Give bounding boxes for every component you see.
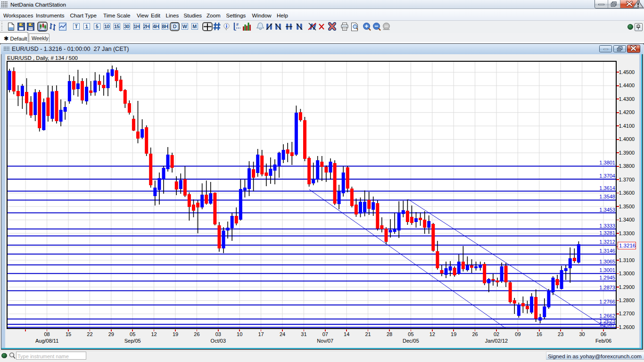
svg-text:1.3333: 1.3333 xyxy=(599,223,615,229)
svg-text:1.2587: 1.2587 xyxy=(599,321,615,327)
svg-text:1.2945: 1.2945 xyxy=(599,275,615,280)
svg-text:1.3146: 1.3146 xyxy=(599,248,615,254)
svg-text:1.3001: 1.3001 xyxy=(599,267,615,273)
svg-text:1.3614: 1.3614 xyxy=(599,185,615,191)
svg-text:1.2766: 1.2766 xyxy=(599,299,615,304)
svg-text:1.3704: 1.3704 xyxy=(599,173,615,179)
svg-text:#: # xyxy=(236,22,239,27)
svg-text:1.3212: 1.3212 xyxy=(599,239,615,245)
svg-text:1.3281: 1.3281 xyxy=(599,230,615,236)
svg-text:1.3453: 1.3453 xyxy=(599,207,615,213)
svg-text:1.3065: 1.3065 xyxy=(599,259,615,264)
svg-text:1.3548: 1.3548 xyxy=(599,194,615,199)
svg-text:1.3801: 1.3801 xyxy=(599,160,615,165)
svg-text:1.2873: 1.2873 xyxy=(599,285,615,290)
